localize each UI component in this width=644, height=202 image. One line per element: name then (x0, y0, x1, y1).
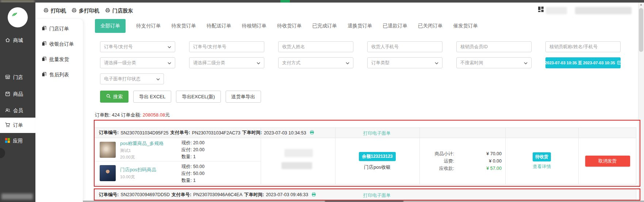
print-eorder-link[interactable]: 打印电子面单 (334, 130, 419, 137)
product-row: 门店pos扫码商品 10.00克 现价: 50.00 应付: 50.00 数量:… (95, 161, 261, 185)
tab-pending-verification[interactable]: 待核销订单 (242, 23, 267, 29)
order-card: 订单编号: SN2307031034D95F25 支付单号: PN2307031… (94, 127, 636, 184)
sidebar-item-members[interactable]: 会员 (0, 104, 35, 118)
order-no-label: 订单编号: (99, 192, 119, 198)
status-column: 待收货 查看详情 (505, 138, 578, 184)
receivable-label: 应收款: (419, 165, 454, 172)
order-time-label: 下单时间: (244, 192, 264, 198)
topbar-item-multi-printer[interactable]: 多打印机 (72, 3, 99, 19)
export-excel-new-button[interactable]: 导出EXCEL(新) (176, 91, 221, 103)
sidebar-item-mall[interactable]: 商城 (0, 34, 35, 47)
product-price: 现价: 20.00 (181, 140, 204, 146)
order-no-value: SN230703094697DD5D (120, 192, 170, 197)
verifier-info-input[interactable] (545, 41, 621, 52)
receiver-phone-input[interactable] (367, 41, 442, 52)
storefront-icon (5, 74, 11, 81)
view-detail-link[interactable]: 查看详情 (533, 164, 551, 170)
tab-pending-receipt[interactable]: 待收货订单 (277, 23, 302, 29)
shipping-value: ¥ 0.00 (454, 157, 505, 165)
product-price: 现价: 50.00 (181, 163, 204, 170)
filter-row-1: 订单号/支付号 (100, 41, 621, 52)
select-value: 支付方式 (282, 60, 300, 66)
category2-select[interactable]: 请选择二级分类 (189, 57, 264, 68)
select-value: 电子面单打印状态 (104, 76, 141, 82)
tab-closed[interactable]: 已关闭订单 (418, 23, 443, 29)
sidebar-item-orders[interactable]: 订单 (0, 118, 35, 133)
export-excel-button[interactable]: 导出 EXCEL (133, 91, 171, 103)
order-count-value: 424 (112, 112, 120, 118)
tab-completed[interactable]: 已完成订单 (313, 23, 337, 29)
tab-all-orders[interactable]: 全部订单 (95, 19, 126, 33)
customer-info-blurred (284, 149, 313, 157)
tab-urge-shipment[interactable]: 催发货订单 (453, 23, 478, 29)
tab-refunded[interactable]: 已退款订单 (383, 23, 408, 29)
order-time-label: 下单时间: (242, 130, 262, 136)
totals-column: 商品小计:¥ 70.00 运费:¥ 0.00 应收款:¥ 57.00 (419, 150, 505, 172)
order-tabs: 全部订单 待支付订单 待发货订单 待配送订单 待核销订单 待收货订单 已完成订单… (95, 19, 478, 33)
subnav-item-pos-orders[interactable]: 收银台订单 (35, 37, 83, 52)
product-qty: 数量: 1 (181, 177, 204, 184)
chevron-down-icon (168, 60, 171, 65)
dashboard-grid-icon[interactable] (538, 6, 544, 14)
product-name-link[interactable]: 门店pos扫码商品 (120, 167, 156, 173)
document-icon (42, 57, 46, 62)
order-time-value: 2023-07-03 10:34:53 (264, 130, 306, 136)
pay-method-select[interactable]: 支付方式 (278, 57, 353, 68)
scrollbar-thumb[interactable] (639, 8, 643, 52)
home-icon (5, 37, 11, 44)
pay-no-value: PN2307030946A6C4EA (193, 192, 242, 197)
product-image[interactable] (100, 165, 116, 181)
filter-row-2: 请选择一级分类 请选择二级分类 支付方式 订单类型 不搜索时间 2023-07-… (100, 57, 621, 68)
print-receipt-icon[interactable] (309, 130, 315, 136)
subnav-item-label: 收银台订单 (49, 41, 74, 47)
sidebar-collapse-knob[interactable] (0, 148, 5, 158)
topbar-item-printer[interactable]: 打印机 (43, 3, 66, 19)
apps-grid-icon (5, 138, 10, 144)
sidebar-item-store[interactable]: 门店 (0, 70, 35, 84)
subnav-item-batch-shipping[interactable]: 批量发货 (35, 52, 83, 67)
product-image[interactable] (100, 142, 116, 158)
search-button[interactable]: 搜索 (100, 91, 129, 103)
avatar[interactable] (8, 7, 28, 27)
payment-method: 门店pos收银 (364, 164, 391, 171)
sidebar-item-apps[interactable]: 应用 (0, 134, 35, 148)
product-due: 应付: 50.00 (181, 170, 204, 177)
order-type-select[interactable]: 订单类型 (367, 57, 442, 68)
action-buttons: 搜索 导出 EXCEL 导出EXCEL(新) 送货单导出 (100, 91, 261, 103)
subnav-item-aftersales[interactable]: 售后列表 (35, 67, 83, 83)
print-eorder-link[interactable]: 打印电子面单 (334, 193, 419, 199)
tab-pending-delivery[interactable]: 待配送订单 (207, 23, 231, 29)
verifier-id-input[interactable] (456, 41, 532, 52)
subnav-panel: 门店订单 收银台订单 批量发货 售后列表 (35, 19, 83, 202)
sidebar-item-label: 门店 (13, 74, 23, 81)
order-summary: 订单数: 424 订单金额: 208058.08元 (95, 112, 170, 118)
product-spec: 测试1 (120, 148, 164, 153)
avatar-logo-icon (11, 12, 18, 18)
receiver-name-input[interactable] (278, 41, 353, 52)
scrollbar-up-arrow[interactable]: ▲ (640, 3, 643, 6)
product-qty: 数量: 1 (181, 153, 204, 160)
product-name-link[interactable]: pos称重商品_多规格 (120, 140, 164, 147)
order-field-select[interactable]: 订单号/支付号 (100, 41, 175, 52)
sidebar-item-products[interactable]: 商品 (0, 87, 35, 101)
filter-row-3: 电子面单打印状态 (100, 73, 164, 84)
topbar-item-store-shareholder[interactable]: 门店股东 (105, 3, 133, 19)
eorder-print-status-select[interactable]: 电子面单打印状态 (100, 73, 164, 84)
time-mode-select[interactable]: 不搜索时间 (456, 57, 532, 68)
category1-select[interactable]: 请选择一级分类 (100, 57, 175, 68)
subnav-item-label: 批量发货 (49, 56, 69, 63)
date-range-button[interactable]: 2023-07-03 10:35 至 2023-07-03 10:35 (545, 57, 621, 68)
subnav-item-store-orders[interactable]: 门店订单 (35, 21, 83, 37)
chevron-down-icon (524, 60, 528, 65)
tab-pending-shipment[interactable]: 待发货订单 (172, 23, 196, 29)
printer-icon (43, 8, 49, 14)
tab-returns[interactable]: 退换货订单 (348, 23, 372, 29)
delivery-export-button[interactable]: 送货单导出 (226, 91, 261, 103)
tab-pending-payment[interactable]: 待支付订单 (136, 23, 161, 29)
people-icon (5, 107, 11, 114)
sidebar-item-label: 订单 (13, 122, 23, 129)
order-no-input[interactable] (189, 41, 264, 52)
cancel-shipment-button[interactable]: 取消发货 (585, 156, 630, 167)
print-receipt-icon[interactable] (311, 192, 317, 198)
order-body: pos称重商品_多规格 测试1 20.00克 现价: 20.00 应付: 20.… (95, 138, 636, 184)
